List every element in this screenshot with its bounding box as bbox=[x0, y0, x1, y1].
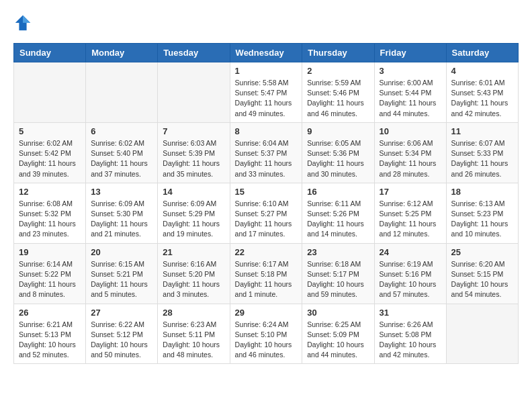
day-info: Sunrise: 6:20 AM Sunset: 5:15 PM Dayligh… bbox=[451, 259, 513, 300]
day-info: Sunrise: 6:15 AM Sunset: 5:21 PM Dayligh… bbox=[91, 259, 152, 300]
day-number: 30 bbox=[307, 308, 369, 318]
day-number: 20 bbox=[91, 247, 152, 257]
day-number: 3 bbox=[380, 66, 441, 76]
day-info: Sunrise: 6:07 AM Sunset: 5:33 PM Dayligh… bbox=[451, 138, 513, 179]
day-number: 8 bbox=[235, 126, 298, 136]
day-number: 25 bbox=[451, 247, 513, 257]
day-info: Sunrise: 5:58 AM Sunset: 5:47 PM Dayligh… bbox=[235, 78, 298, 119]
calendar-day-21: 21Sunrise: 6:16 AM Sunset: 5:20 PM Dayli… bbox=[158, 243, 230, 304]
calendar-day-20: 20Sunrise: 6:15 AM Sunset: 5:21 PM Dayli… bbox=[86, 243, 158, 304]
calendar-day-4: 4Sunrise: 6:01 AM Sunset: 5:43 PM Daylig… bbox=[446, 62, 518, 123]
day-number: 29 bbox=[235, 308, 298, 318]
calendar-day-26: 26Sunrise: 6:21 AM Sunset: 5:13 PM Dayli… bbox=[14, 304, 86, 364]
logo-icon bbox=[13, 13, 32, 32]
calendar-day-19: 19Sunrise: 6:14 AM Sunset: 5:22 PM Dayli… bbox=[14, 243, 86, 304]
day-number: 27 bbox=[91, 308, 152, 318]
day-info: Sunrise: 6:10 AM Sunset: 5:27 PM Dayligh… bbox=[235, 199, 298, 240]
weekday-header-sunday: Sunday bbox=[14, 44, 86, 62]
day-number: 12 bbox=[19, 187, 81, 197]
day-number: 11 bbox=[451, 126, 513, 136]
calendar-day-14: 14Sunrise: 6:09 AM Sunset: 5:29 PM Dayli… bbox=[158, 183, 230, 243]
day-info: Sunrise: 6:05 AM Sunset: 5:36 PM Dayligh… bbox=[307, 138, 369, 179]
calendar-day-27: 27Sunrise: 6:22 AM Sunset: 5:12 PM Dayli… bbox=[86, 304, 158, 364]
day-info: Sunrise: 6:14 AM Sunset: 5:22 PM Dayligh… bbox=[19, 259, 81, 300]
day-number: 21 bbox=[163, 247, 224, 257]
calendar-day-23: 23Sunrise: 6:18 AM Sunset: 5:17 PM Dayli… bbox=[302, 243, 374, 304]
calendar-week-row: 1Sunrise: 5:58 AM Sunset: 5:47 PM Daylig… bbox=[14, 62, 519, 123]
calendar-day-25: 25Sunrise: 6:20 AM Sunset: 5:15 PM Dayli… bbox=[446, 243, 518, 304]
weekday-header-tuesday: Tuesday bbox=[158, 44, 230, 62]
day-info: Sunrise: 6:19 AM Sunset: 5:16 PM Dayligh… bbox=[380, 259, 441, 300]
calendar-week-row: 12Sunrise: 6:08 AM Sunset: 5:32 PM Dayli… bbox=[14, 183, 519, 243]
day-number: 9 bbox=[307, 126, 369, 136]
day-info: Sunrise: 6:08 AM Sunset: 5:32 PM Dayligh… bbox=[19, 199, 81, 240]
calendar-day-3: 3Sunrise: 6:00 AM Sunset: 5:44 PM Daylig… bbox=[374, 62, 446, 123]
day-info: Sunrise: 6:02 AM Sunset: 5:40 PM Dayligh… bbox=[91, 138, 152, 179]
calendar-day-1: 1Sunrise: 5:58 AM Sunset: 5:47 PM Daylig… bbox=[230, 62, 302, 123]
day-number: 2 bbox=[307, 66, 369, 76]
day-info: Sunrise: 6:01 AM Sunset: 5:43 PM Dayligh… bbox=[451, 78, 513, 119]
weekday-header-saturday: Saturday bbox=[446, 44, 518, 62]
day-number: 7 bbox=[163, 126, 224, 136]
weekday-header-row: SundayMondayTuesdayWednesdayThursdayFrid… bbox=[14, 44, 519, 62]
day-number: 26 bbox=[19, 308, 81, 318]
calendar-table: SundayMondayTuesdayWednesdayThursdayFrid… bbox=[13, 43, 519, 364]
calendar-week-row: 5Sunrise: 6:02 AM Sunset: 5:42 PM Daylig… bbox=[14, 122, 519, 183]
day-number: 4 bbox=[451, 66, 513, 76]
calendar-day-29: 29Sunrise: 6:24 AM Sunset: 5:10 PM Dayli… bbox=[230, 304, 302, 364]
svg-marker-1 bbox=[23, 15, 30, 23]
day-number: 15 bbox=[235, 187, 298, 197]
calendar-day-15: 15Sunrise: 6:10 AM Sunset: 5:27 PM Dayli… bbox=[230, 183, 302, 243]
calendar-day-12: 12Sunrise: 6:08 AM Sunset: 5:32 PM Dayli… bbox=[14, 183, 86, 243]
day-number: 16 bbox=[307, 187, 369, 197]
day-info: Sunrise: 6:12 AM Sunset: 5:25 PM Dayligh… bbox=[380, 199, 441, 240]
day-number: 18 bbox=[451, 187, 513, 197]
weekday-header-thursday: Thursday bbox=[302, 44, 374, 62]
calendar-day-11: 11Sunrise: 6:07 AM Sunset: 5:33 PM Dayli… bbox=[446, 122, 518, 183]
calendar-day-24: 24Sunrise: 6:19 AM Sunset: 5:16 PM Dayli… bbox=[374, 243, 446, 304]
weekday-header-monday: Monday bbox=[86, 44, 158, 62]
day-info: Sunrise: 6:11 AM Sunset: 5:26 PM Dayligh… bbox=[307, 199, 369, 240]
day-info: Sunrise: 6:06 AM Sunset: 5:34 PM Dayligh… bbox=[380, 138, 441, 179]
day-number: 6 bbox=[91, 126, 152, 136]
day-info: Sunrise: 6:21 AM Sunset: 5:13 PM Dayligh… bbox=[19, 320, 81, 361]
day-number: 31 bbox=[380, 308, 441, 318]
calendar-day-31: 31Sunrise: 6:26 AM Sunset: 5:08 PM Dayli… bbox=[374, 304, 446, 364]
day-info: Sunrise: 5:59 AM Sunset: 5:46 PM Dayligh… bbox=[307, 78, 369, 119]
calendar-day-16: 16Sunrise: 6:11 AM Sunset: 5:26 PM Dayli… bbox=[302, 183, 374, 243]
calendar-empty-cell bbox=[446, 304, 518, 364]
calendar-day-18: 18Sunrise: 6:13 AM Sunset: 5:23 PM Dayli… bbox=[446, 183, 518, 243]
calendar-day-8: 8Sunrise: 6:04 AM Sunset: 5:37 PM Daylig… bbox=[230, 122, 302, 183]
logo bbox=[13, 13, 35, 32]
day-info: Sunrise: 6:17 AM Sunset: 5:18 PM Dayligh… bbox=[235, 259, 298, 300]
day-number: 5 bbox=[19, 126, 81, 136]
calendar-day-10: 10Sunrise: 6:06 AM Sunset: 5:34 PM Dayli… bbox=[374, 122, 446, 183]
day-info: Sunrise: 6:04 AM Sunset: 5:37 PM Dayligh… bbox=[235, 138, 298, 179]
calendar-day-5: 5Sunrise: 6:02 AM Sunset: 5:42 PM Daylig… bbox=[14, 122, 86, 183]
calendar-day-30: 30Sunrise: 6:25 AM Sunset: 5:09 PM Dayli… bbox=[302, 304, 374, 364]
weekday-header-wednesday: Wednesday bbox=[230, 44, 302, 62]
day-info: Sunrise: 6:16 AM Sunset: 5:20 PM Dayligh… bbox=[163, 259, 224, 300]
day-number: 14 bbox=[163, 187, 224, 197]
calendar-week-row: 26Sunrise: 6:21 AM Sunset: 5:13 PM Dayli… bbox=[14, 304, 519, 364]
calendar-day-28: 28Sunrise: 6:23 AM Sunset: 5:11 PM Dayli… bbox=[158, 304, 230, 364]
day-info: Sunrise: 6:00 AM Sunset: 5:44 PM Dayligh… bbox=[380, 78, 441, 119]
calendar-empty-cell bbox=[158, 62, 230, 123]
day-info: Sunrise: 6:18 AM Sunset: 5:17 PM Dayligh… bbox=[307, 259, 369, 300]
calendar-day-9: 9Sunrise: 6:05 AM Sunset: 5:36 PM Daylig… bbox=[302, 122, 374, 183]
day-number: 22 bbox=[235, 247, 298, 257]
day-info: Sunrise: 6:25 AM Sunset: 5:09 PM Dayligh… bbox=[307, 320, 369, 361]
calendar-empty-cell bbox=[14, 62, 86, 123]
day-info: Sunrise: 6:09 AM Sunset: 5:29 PM Dayligh… bbox=[163, 199, 224, 240]
day-info: Sunrise: 6:24 AM Sunset: 5:10 PM Dayligh… bbox=[235, 320, 298, 361]
day-number: 17 bbox=[380, 187, 441, 197]
calendar-day-6: 6Sunrise: 6:02 AM Sunset: 5:40 PM Daylig… bbox=[86, 122, 158, 183]
day-number: 13 bbox=[91, 187, 152, 197]
day-info: Sunrise: 6:22 AM Sunset: 5:12 PM Dayligh… bbox=[91, 320, 152, 361]
calendar-day-7: 7Sunrise: 6:03 AM Sunset: 5:39 PM Daylig… bbox=[158, 122, 230, 183]
calendar-empty-cell bbox=[86, 62, 158, 123]
day-info: Sunrise: 6:09 AM Sunset: 5:30 PM Dayligh… bbox=[91, 199, 152, 240]
page-header bbox=[13, 13, 519, 32]
day-number: 10 bbox=[380, 126, 441, 136]
calendar-day-22: 22Sunrise: 6:17 AM Sunset: 5:18 PM Dayli… bbox=[230, 243, 302, 304]
